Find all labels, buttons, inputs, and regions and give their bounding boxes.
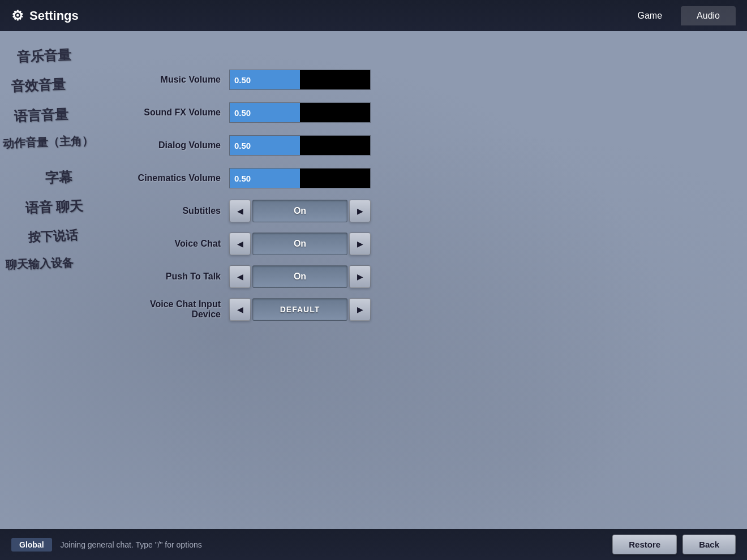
back-button[interactable]: Back bbox=[682, 535, 736, 554]
setting-row-sfx-volume: Sound FX Volume 0.50 bbox=[124, 98, 747, 127]
slider-empty-music-volume bbox=[300, 70, 370, 89]
chat-status-text: Joining general chat. Type "/" for optio… bbox=[61, 540, 613, 549]
slider-cinematics-volume[interactable]: 0.50 bbox=[229, 167, 371, 189]
chinese-voice-chat: 语音 聊天 bbox=[25, 197, 83, 217]
chinese-subtitles: 字幕 bbox=[45, 168, 72, 187]
label-voice-chat: Voice Chat bbox=[124, 239, 229, 249]
setting-row-music-volume: Music Volume 0.50 bbox=[124, 65, 747, 94]
input-device-right-arrow[interactable]: ▶ bbox=[349, 298, 371, 321]
subtitles-value: On bbox=[252, 200, 347, 222]
slider-fill-cinematics-volume: 0.50 bbox=[230, 169, 300, 188]
setting-row-cinematics-volume: Cinematics Volume 0.50 bbox=[124, 163, 747, 193]
input-device-left-arrow[interactable]: ◀ bbox=[229, 298, 251, 321]
label-sfx-volume: Sound FX Volume bbox=[124, 107, 229, 118]
nav-tabs: Game Audio bbox=[622, 6, 736, 25]
chinese-dialog-volume: 语言音量 bbox=[14, 105, 68, 125]
label-dialog-volume: Dialog Volume bbox=[124, 140, 229, 150]
chinese-input-device: 聊天输入设备 bbox=[6, 255, 74, 273]
slider-fill-dialog-volume: 0.50 bbox=[230, 136, 300, 155]
subtitles-right-arrow[interactable]: ▶ bbox=[349, 200, 371, 222]
toggle-push-to-talk: ◀ On ▶ bbox=[229, 265, 371, 288]
setting-row-subtitles: Subtitles ◀ On ▶ bbox=[124, 196, 747, 226]
setting-row-voice-chat-input-device: Voice Chat Input Device ◀ DEFAULT ▶ bbox=[124, 295, 747, 324]
gear-icon: ⚙ bbox=[11, 8, 24, 24]
push-to-talk-right-arrow[interactable]: ▶ bbox=[349, 265, 371, 288]
slider-music-volume[interactable]: 0.50 bbox=[229, 68, 371, 91]
chinese-annotations: 音乐音量 音效音量 语言音量 动作音量（主角） 字幕 语音 聊天 按下说话 聊天… bbox=[0, 31, 130, 297]
restore-button[interactable]: Restore bbox=[612, 535, 677, 554]
tab-audio[interactable]: Audio bbox=[681, 6, 736, 25]
slider-empty-cinematics-volume bbox=[300, 169, 370, 188]
setting-row-push-to-talk: Push To Talk ◀ On ▶ bbox=[124, 262, 747, 291]
tab-game[interactable]: Game bbox=[622, 6, 679, 25]
topbar: ⚙ Settings Game Audio bbox=[0, 0, 747, 31]
slider-fill-music-volume: 0.50 bbox=[230, 70, 300, 89]
input-device-value: DEFAULT bbox=[252, 298, 347, 321]
chinese-music-volume: 音乐音量 bbox=[16, 46, 71, 66]
toggle-voice-chat-input-device: ◀ DEFAULT ▶ bbox=[229, 298, 371, 321]
app-title: ⚙ Settings bbox=[11, 8, 79, 24]
voice-chat-value: On bbox=[252, 232, 347, 255]
push-to-talk-left-arrow[interactable]: ◀ bbox=[229, 265, 251, 288]
title-text: Settings bbox=[29, 8, 79, 23]
chinese-sfx-volume: 音效音量 bbox=[11, 75, 66, 95]
slider-empty-dialog-volume bbox=[300, 136, 370, 155]
label-subtitles: Subtitles bbox=[124, 206, 229, 216]
toggle-voice-chat: ◀ On ▶ bbox=[229, 232, 371, 255]
bottom-bar: Global Joining general chat. Type "/" fo… bbox=[0, 529, 747, 560]
label-voice-chat-input-device: Voice Chat Input Device bbox=[124, 299, 229, 320]
voice-chat-left-arrow[interactable]: ◀ bbox=[229, 232, 251, 255]
label-cinematics-volume: Cinematics Volume bbox=[124, 173, 229, 183]
chinese-push-to-talk: 按下说话 bbox=[28, 227, 79, 245]
slider-sfx-volume[interactable]: 0.50 bbox=[229, 101, 371, 124]
slider-dialog-volume[interactable]: 0.50 bbox=[229, 134, 371, 157]
settings-area: Music Volume 0.50 Sound FX Volume 0.50 D… bbox=[124, 65, 747, 324]
label-music-volume: Music Volume bbox=[124, 75, 229, 85]
subtitles-left-arrow[interactable]: ◀ bbox=[229, 200, 251, 222]
voice-chat-right-arrow[interactable]: ▶ bbox=[349, 232, 371, 255]
global-badge: Global bbox=[11, 538, 52, 552]
chinese-cinematics-volume: 动作音量（主角） bbox=[3, 133, 94, 152]
slider-fill-sfx-volume: 0.50 bbox=[230, 103, 300, 122]
slider-empty-sfx-volume bbox=[300, 103, 370, 122]
toggle-subtitles: ◀ On ▶ bbox=[229, 200, 371, 222]
label-push-to-talk: Push To Talk bbox=[124, 272, 229, 282]
push-to-talk-value: On bbox=[252, 265, 347, 288]
setting-row-voice-chat: Voice Chat ◀ On ▶ bbox=[124, 229, 747, 259]
bottom-buttons: Restore Back bbox=[612, 535, 736, 554]
setting-row-dialog-volume: Dialog Volume 0.50 bbox=[124, 131, 747, 160]
